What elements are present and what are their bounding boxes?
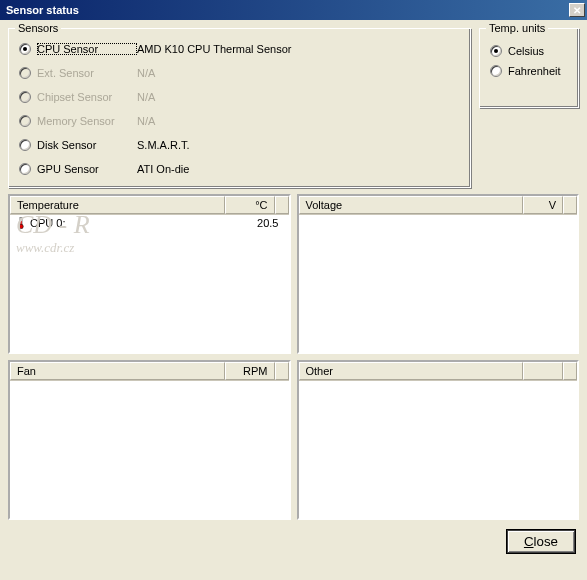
- temp-unit-radio-0[interactable]: [490, 45, 502, 57]
- temp-unit-row-0[interactable]: Celsius: [490, 41, 568, 61]
- sensor-radio-3: [19, 115, 31, 127]
- window-title: Sensor status: [6, 4, 79, 16]
- voltage-panel: Voltage V: [297, 194, 580, 354]
- voltage-header[interactable]: Voltage: [299, 196, 524, 214]
- sensor-row-2: Chipset SensorN/A: [19, 85, 460, 109]
- sensors-group: Sensors CPU SensorAMD K10 CPU Thermal Se…: [8, 28, 471, 188]
- sensor-label-3: Memory Sensor: [37, 115, 137, 127]
- sensor-row-3: Memory SensorN/A: [19, 109, 460, 133]
- temperature-row-0[interactable]: CPU 0:20.5: [14, 216, 285, 230]
- fan-header[interactable]: Fan: [10, 362, 225, 380]
- fan-panel: Fan RPM: [8, 360, 291, 520]
- sensor-radio-5[interactable]: [19, 163, 31, 175]
- other-unit[interactable]: [523, 362, 563, 380]
- sensor-value-4: S.M.A.R.T.: [137, 139, 460, 151]
- sensor-value-5: ATI On-die: [137, 163, 460, 175]
- other-panel: Other: [297, 360, 580, 520]
- sensor-radio-0[interactable]: [19, 43, 31, 55]
- close-button[interactable]: Close: [507, 530, 575, 553]
- temp-unit-row-1[interactable]: Fahrenheit: [490, 61, 568, 81]
- temp-units-legend: Temp. units: [486, 22, 548, 34]
- title-bar: Sensor status ✕: [0, 0, 587, 20]
- temp-unit-label-1: Fahrenheit: [508, 65, 561, 77]
- sensor-row-5[interactable]: GPU SensorATI On-die: [19, 157, 460, 181]
- sensor-value-3: N/A: [137, 115, 460, 127]
- temp-unit-radio-1[interactable]: [490, 65, 502, 77]
- sensor-label-5: GPU Sensor: [37, 163, 137, 175]
- other-header[interactable]: Other: [299, 362, 524, 380]
- voltage-unit[interactable]: V: [523, 196, 563, 214]
- sensor-label-0: CPU Sensor: [37, 43, 137, 55]
- sensor-label-2: Chipset Sensor: [37, 91, 137, 103]
- temp-units-group: Temp. units CelsiusFahrenheit: [479, 28, 579, 108]
- content-area: CD - R www.cdr.cz Sensors CPU SensorAMD …: [0, 20, 587, 561]
- sensor-radio-2: [19, 91, 31, 103]
- temperature-panel: Temperature °C CPU 0:20.5: [8, 194, 291, 354]
- sensor-radio-1: [19, 67, 31, 79]
- window-close-button[interactable]: ✕: [569, 3, 585, 17]
- sensor-row-1: Ext. SensorN/A: [19, 61, 460, 85]
- temperature-header[interactable]: Temperature: [10, 196, 225, 214]
- sensor-value-1: N/A: [137, 67, 460, 79]
- temp-unit-label-0: Celsius: [508, 45, 544, 57]
- temperature-row-value: 20.5: [235, 217, 285, 229]
- fan-unit[interactable]: RPM: [225, 362, 275, 380]
- sensor-radio-4[interactable]: [19, 139, 31, 151]
- sensor-row-0[interactable]: CPU SensorAMD K10 CPU Thermal Sensor: [19, 37, 460, 61]
- sensor-value-2: N/A: [137, 91, 460, 103]
- thermometer-icon: [14, 217, 28, 229]
- sensor-row-4[interactable]: Disk SensorS.M.A.R.T.: [19, 133, 460, 157]
- temperature-row-label: CPU 0:: [28, 217, 235, 229]
- sensor-label-1: Ext. Sensor: [37, 67, 137, 79]
- temperature-unit[interactable]: °C: [225, 196, 275, 214]
- sensor-label-4: Disk Sensor: [37, 139, 137, 151]
- sensors-legend: Sensors: [15, 22, 61, 34]
- sensor-value-0: AMD K10 CPU Thermal Sensor: [137, 43, 460, 55]
- svg-point-2: [19, 224, 24, 229]
